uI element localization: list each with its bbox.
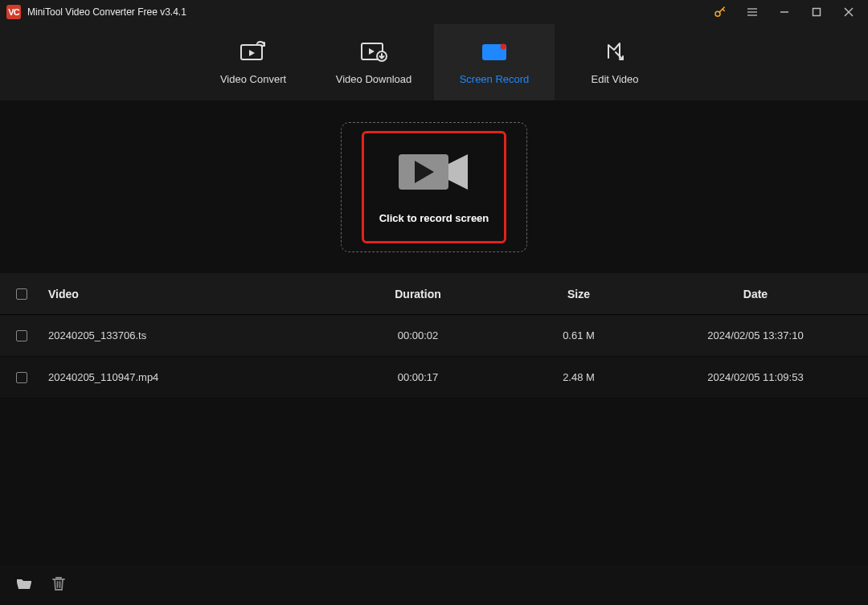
main-tabs: Video Convert Video Download Screen Reco… (0, 24, 868, 100)
table-header: Video Duration Size Date (0, 273, 868, 315)
select-all-checkbox[interactable] (16, 288, 27, 300)
menu-icon[interactable] (736, 0, 768, 24)
cell-date: 2024/02/05 11:09:53 (659, 371, 852, 383)
title-bar: VC MiniTool Video Converter Free v3.4.1 (0, 0, 868, 24)
svg-marker-18 (448, 154, 468, 190)
app-logo-icon: VC (6, 5, 21, 19)
svg-marker-9 (249, 50, 255, 56)
cell-duration: 00:00:02 (338, 329, 498, 341)
row-checkbox[interactable] (16, 372, 27, 383)
camera-icon (395, 149, 473, 198)
record-icon (481, 39, 508, 63)
open-folder-button[interactable] (16, 576, 32, 594)
record-screen-button[interactable]: Click to record screen (362, 131, 506, 243)
window-title: MiniTool Video Converter Free v3.4.1 (27, 6, 186, 18)
edit-icon (604, 39, 626, 63)
cell-video: 20240205_110947.mp4 (48, 371, 338, 383)
svg-marker-11 (369, 48, 375, 55)
record-label: Click to record screen (379, 212, 489, 224)
tab-video-download[interactable]: Video Download (313, 24, 434, 100)
col-header-date: Date (659, 288, 852, 300)
cell-date: 2024/02/05 13:37:10 (659, 329, 852, 341)
tab-label: Video Convert (220, 73, 286, 85)
tab-screen-record[interactable]: Screen Record (434, 24, 555, 100)
svg-rect-5 (813, 9, 821, 16)
record-area: Click to record screen (0, 100, 868, 273)
tab-video-convert[interactable]: Video Convert (193, 24, 313, 100)
table-row[interactable]: 20240205_133706.ts 00:00:02 0.61 M 2024/… (0, 315, 868, 357)
tab-label: Video Download (336, 73, 411, 85)
col-header-video: Video (48, 288, 338, 300)
col-header-size: Size (498, 288, 659, 300)
app-window: VC MiniTool Video Converter Free v3.4.1 (0, 0, 868, 605)
empty-area (0, 399, 868, 565)
cell-size: 2.48 M (498, 371, 659, 383)
tab-label: Screen Record (460, 73, 530, 85)
close-button[interactable] (833, 0, 865, 24)
col-header-duration: Duration (338, 288, 498, 300)
minimize-button[interactable] (768, 0, 800, 24)
upgrade-key-icon[interactable] (704, 0, 736, 24)
bottom-toolbar (0, 565, 868, 605)
maximize-button[interactable] (800, 0, 833, 24)
record-dropzone: Click to record screen (341, 122, 527, 252)
tab-label: Edit Video (591, 73, 638, 85)
table-row[interactable]: 20240205_110947.mp4 00:00:17 2.48 M 2024… (0, 357, 868, 399)
delete-button[interactable] (51, 575, 66, 595)
download-icon (360, 39, 387, 63)
cell-video: 20240205_133706.ts (48, 329, 338, 341)
cell-size: 0.61 M (498, 329, 659, 341)
row-checkbox[interactable] (16, 330, 27, 341)
svg-point-16 (501, 44, 506, 50)
cell-duration: 00:00:17 (338, 371, 498, 383)
tab-edit-video[interactable]: Edit Video (555, 24, 675, 100)
main-content: Click to record screen Video Duration Si… (0, 100, 868, 605)
convert-icon (240, 39, 267, 63)
